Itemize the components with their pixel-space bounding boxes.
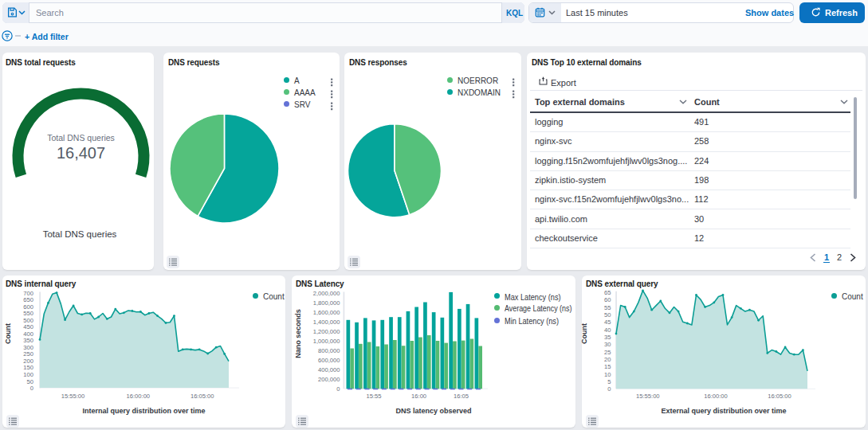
svg-text:25: 25 <box>604 349 611 356</box>
svg-text:20: 20 <box>604 356 611 363</box>
svg-text:40: 40 <box>604 326 611 334</box>
svg-text:400,000: 400,000 <box>318 366 340 373</box>
svg-text:15:55:00: 15:55:00 <box>61 393 85 400</box>
svg-text:16:05: 16:05 <box>454 393 469 400</box>
svg-text:50: 50 <box>604 311 611 319</box>
svg-text:50: 50 <box>27 378 33 385</box>
svg-text:16:00: 16:00 <box>411 393 426 400</box>
svg-text:700: 700 <box>23 290 33 297</box>
svg-text:300: 300 <box>23 344 33 351</box>
svg-text:16:05:00: 16:05:00 <box>190 393 214 400</box>
svg-text:1,600,000: 1,600,000 <box>313 309 340 316</box>
svg-text:45: 45 <box>604 319 611 326</box>
svg-text:16,407: 16,407 <box>57 144 105 162</box>
svg-text:400: 400 <box>23 330 33 338</box>
svg-text:60: 60 <box>604 296 611 303</box>
svg-text:600: 600 <box>23 303 33 311</box>
svg-text:1,200,000: 1,200,000 <box>313 328 340 335</box>
svg-text:250: 250 <box>23 350 33 358</box>
svg-text:10: 10 <box>604 371 611 378</box>
svg-text:2,000,000: 2,000,000 <box>313 290 340 297</box>
svg-text:600,000: 600,000 <box>318 357 340 364</box>
svg-text:15:55: 15:55 <box>366 393 381 400</box>
svg-text:1,400,000: 1,400,000 <box>313 319 340 326</box>
svg-text:15:55:00: 15:55:00 <box>636 393 660 400</box>
svg-text:200,000: 200,000 <box>318 376 340 383</box>
svg-text:0: 0 <box>336 385 340 393</box>
svg-text:16:05:00: 16:05:00 <box>768 393 791 400</box>
svg-text:0: 0 <box>30 385 33 392</box>
svg-text:350: 350 <box>23 337 33 344</box>
svg-text:Total DNS queries: Total DNS queries <box>43 229 117 239</box>
svg-text:1,800,000: 1,800,000 <box>313 299 340 307</box>
svg-text:550: 550 <box>23 310 33 317</box>
svg-text:16:00:00: 16:00:00 <box>127 393 151 400</box>
svg-text:200: 200 <box>23 358 33 365</box>
svg-text:150: 150 <box>23 364 33 371</box>
svg-text:0: 0 <box>607 385 611 393</box>
svg-text:65: 65 <box>604 289 611 296</box>
svg-text:100: 100 <box>23 371 33 378</box>
svg-text:500: 500 <box>23 317 33 324</box>
svg-text:5: 5 <box>607 378 611 385</box>
svg-text:16:00:00: 16:00:00 <box>704 393 728 400</box>
svg-text:800,000: 800,000 <box>318 347 340 354</box>
svg-text:30: 30 <box>604 341 611 348</box>
svg-text:1,000,000: 1,000,000 <box>313 338 340 345</box>
svg-text:Total DNS queries: Total DNS queries <box>47 133 115 143</box>
svg-text:35: 35 <box>604 334 611 341</box>
svg-text:450: 450 <box>23 323 33 330</box>
svg-text:55: 55 <box>604 304 611 311</box>
svg-text:15: 15 <box>604 363 611 370</box>
svg-text:650: 650 <box>23 296 33 303</box>
